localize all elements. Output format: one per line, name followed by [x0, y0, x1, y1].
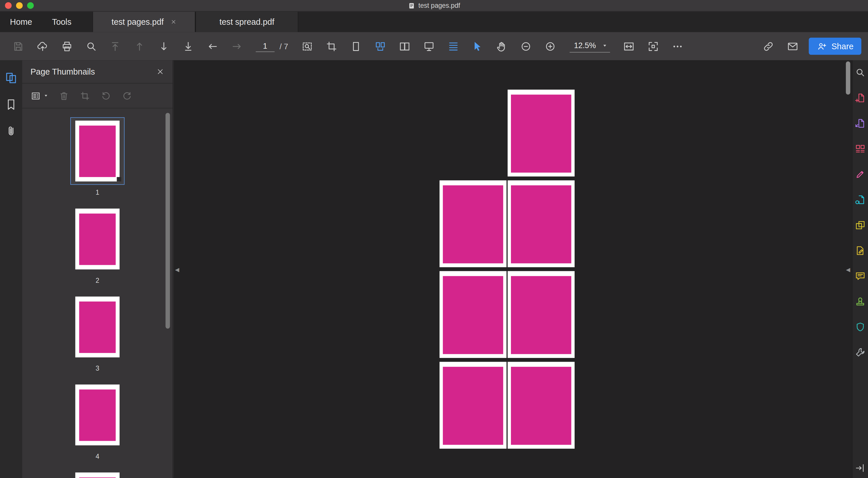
two-page-view-button[interactable] — [393, 36, 416, 57]
pages-container — [439, 90, 575, 449]
thumbnail-selection-frame — [70, 293, 124, 361]
thumbnails-scrollbar[interactable] — [165, 113, 170, 329]
main-area: Page Thumbnails 12345 ◀ ◀ — [0, 60, 868, 478]
stamp-button[interactable] — [855, 296, 866, 307]
read-mode-icon — [423, 40, 435, 52]
fit-window-button[interactable] — [642, 36, 664, 57]
fit-width-button[interactable] — [618, 36, 640, 57]
document-page[interactable] — [439, 271, 506, 358]
organize-pages-button[interactable] — [855, 143, 866, 155]
search-button[interactable] — [855, 67, 866, 78]
find-button[interactable] — [80, 36, 102, 57]
close-tab-button[interactable] — [170, 19, 176, 25]
select-tool-button[interactable] — [466, 36, 489, 57]
close-window-button[interactable] — [5, 2, 11, 9]
document-page[interactable] — [507, 180, 575, 267]
crop-pages-button[interactable] — [75, 87, 94, 105]
previous-view-button[interactable] — [201, 36, 224, 57]
single-page-view-button[interactable] — [345, 36, 367, 57]
find-icon — [85, 40, 97, 52]
thumbnail-page — [75, 297, 120, 357]
read-mode-button[interactable] — [417, 36, 440, 57]
page-content — [443, 276, 503, 354]
email-button[interactable] — [781, 36, 804, 57]
more-tools-button[interactable] — [855, 347, 866, 358]
bookmarks-icon — [4, 98, 18, 111]
thumbnail-page-content — [79, 214, 116, 265]
rotate-left-icon — [100, 91, 111, 101]
thumbnail-selection-frame — [70, 117, 124, 184]
fit-width-icon — [623, 40, 635, 52]
document-page[interactable] — [439, 180, 506, 267]
page-number-input[interactable] — [256, 40, 274, 52]
combine-files-button[interactable] — [855, 220, 866, 231]
page-thumbnails-icon — [4, 71, 18, 84]
export-pdf-button[interactable] — [855, 118, 866, 129]
create-pdf-button[interactable] — [855, 93, 866, 103]
share-link-button[interactable] — [757, 36, 780, 57]
cloud-upload-button[interactable] — [31, 36, 54, 57]
attachments-button[interactable] — [4, 125, 18, 138]
document-page[interactable] — [439, 362, 506, 449]
document-page[interactable] — [507, 362, 575, 449]
edit-pdf-button[interactable] — [855, 194, 866, 205]
marquee-zoom-button[interactable] — [296, 36, 319, 57]
next-view-button[interactable] — [225, 36, 248, 57]
file-tools-group — [7, 36, 102, 57]
share-button[interactable]: Share — [809, 38, 861, 55]
page-thumbnail[interactable]: 3 — [70, 293, 124, 372]
more-options-button[interactable] — [666, 36, 689, 57]
hand-tool-button[interactable] — [490, 36, 513, 57]
canvas-scrollbar[interactable] — [846, 61, 850, 95]
page-thumbnail[interactable]: 5 — [70, 469, 124, 478]
rotate-right-button[interactable] — [117, 87, 136, 105]
tab-home[interactable]: Home — [0, 11, 42, 32]
zoom-level-dropdown[interactable]: 12.5% — [569, 40, 610, 53]
tab-tools[interactable]: Tools — [42, 11, 81, 32]
fullscreen-window-button[interactable] — [27, 2, 34, 9]
document-page[interactable] — [507, 90, 575, 176]
document-tab[interactable]: test spread.pdf — [195, 11, 298, 32]
first-page-button[interactable] — [103, 36, 126, 57]
page-thumbnail[interactable]: 4 — [70, 381, 124, 460]
multi-page-view-button[interactable] — [369, 36, 392, 57]
zoom-out-button[interactable] — [515, 36, 537, 57]
document-canvas[interactable]: ◀ ◀ — [173, 60, 852, 478]
zoom-in-button[interactable] — [539, 36, 562, 57]
save-button[interactable] — [7, 36, 29, 57]
document-page[interactable] — [507, 271, 575, 358]
page-thumbnail[interactable]: 1 — [70, 117, 124, 196]
comment-button[interactable] — [855, 271, 866, 282]
print-button[interactable] — [55, 36, 78, 57]
thumbnail-resize-handle[interactable] — [117, 177, 121, 181]
previous-page-button[interactable] — [128, 36, 151, 57]
crop-pages-button[interactable] — [320, 36, 343, 57]
page-thumbnail[interactable]: 2 — [70, 205, 124, 284]
delete-pages-button[interactable] — [54, 87, 73, 105]
tab-tools-label: Tools — [52, 17, 71, 27]
collapse-panel-button[interactable] — [855, 463, 866, 473]
last-page-button[interactable] — [177, 36, 199, 57]
protect-button[interactable] — [855, 321, 866, 332]
annotate-button[interactable] — [855, 245, 866, 256]
person-plus-icon — [816, 41, 827, 52]
print-icon — [61, 40, 73, 52]
page-thumbnails-button[interactable] — [4, 71, 18, 84]
expand-right-panel-button[interactable]: ◀ — [844, 264, 852, 276]
fill-and-sign-button[interactable] — [855, 169, 866, 180]
next-page-button[interactable] — [152, 36, 175, 57]
cloud-upload-icon — [36, 40, 49, 52]
pointer-tools-group — [466, 36, 562, 57]
thumbnail-options-button[interactable] — [27, 87, 52, 105]
fit-tools-group — [618, 36, 689, 57]
marquee-zoom-icon — [301, 40, 313, 52]
collapse-left-panel-button[interactable]: ◀ — [173, 264, 181, 276]
rotate-left-button[interactable] — [96, 87, 115, 105]
close-panel-button[interactable] — [156, 67, 164, 76]
minimize-window-button[interactable] — [16, 2, 23, 9]
continuous-scroll-button[interactable] — [442, 36, 465, 57]
document-tab[interactable]: test pages.pdf — [93, 11, 195, 32]
next-view-icon — [230, 40, 243, 52]
previous-view-icon — [206, 40, 218, 52]
bookmarks-button[interactable] — [4, 98, 18, 111]
